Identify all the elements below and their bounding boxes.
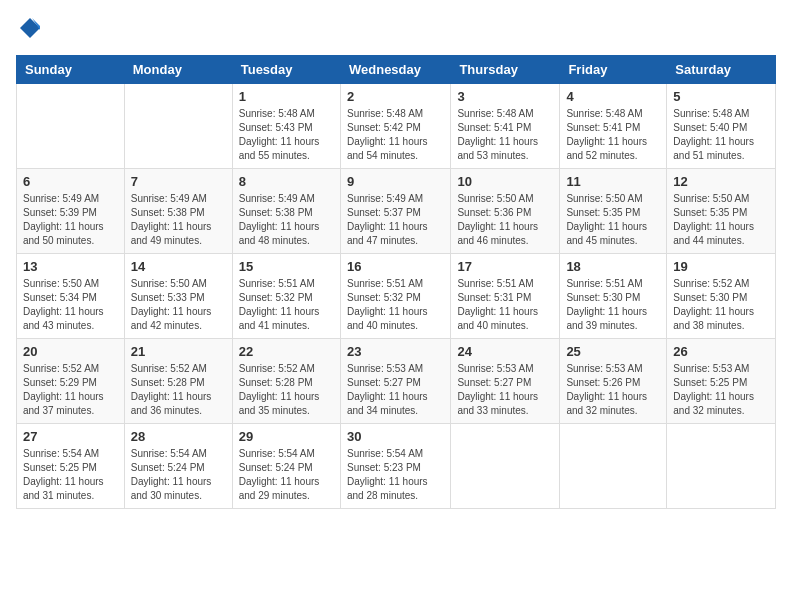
weekday-header-row: SundayMondayTuesdayWednesdayThursdayFrid… [17,56,776,84]
svg-marker-0 [20,18,40,38]
calendar-cell: 1Sunrise: 5:48 AM Sunset: 5:43 PM Daylig… [232,84,340,169]
day-number: 26 [673,344,769,359]
weekday-header-monday: Monday [124,56,232,84]
day-info: Sunrise: 5:52 AM Sunset: 5:29 PM Dayligh… [23,362,118,418]
weekday-header-friday: Friday [560,56,667,84]
logo-icon [18,16,42,40]
page-header [16,16,776,45]
weekday-header-tuesday: Tuesday [232,56,340,84]
calendar-cell: 14Sunrise: 5:50 AM Sunset: 5:33 PM Dayli… [124,254,232,339]
calendar-cell [17,84,125,169]
calendar-cell: 4Sunrise: 5:48 AM Sunset: 5:41 PM Daylig… [560,84,667,169]
weekday-header-wednesday: Wednesday [340,56,450,84]
day-info: Sunrise: 5:53 AM Sunset: 5:25 PM Dayligh… [673,362,769,418]
calendar-cell: 18Sunrise: 5:51 AM Sunset: 5:30 PM Dayli… [560,254,667,339]
calendar-week-row: 6Sunrise: 5:49 AM Sunset: 5:39 PM Daylig… [17,169,776,254]
day-number: 25 [566,344,660,359]
day-info: Sunrise: 5:54 AM Sunset: 5:25 PM Dayligh… [23,447,118,503]
calendar-week-row: 1Sunrise: 5:48 AM Sunset: 5:43 PM Daylig… [17,84,776,169]
day-number: 4 [566,89,660,104]
day-number: 28 [131,429,226,444]
day-info: Sunrise: 5:54 AM Sunset: 5:23 PM Dayligh… [347,447,444,503]
day-number: 17 [457,259,553,274]
day-number: 11 [566,174,660,189]
day-info: Sunrise: 5:50 AM Sunset: 5:34 PM Dayligh… [23,277,118,333]
day-info: Sunrise: 5:53 AM Sunset: 5:26 PM Dayligh… [566,362,660,418]
calendar-cell: 19Sunrise: 5:52 AM Sunset: 5:30 PM Dayli… [667,254,776,339]
calendar-cell: 27Sunrise: 5:54 AM Sunset: 5:25 PM Dayli… [17,424,125,509]
calendar-week-row: 27Sunrise: 5:54 AM Sunset: 5:25 PM Dayli… [17,424,776,509]
day-number: 22 [239,344,334,359]
day-info: Sunrise: 5:50 AM Sunset: 5:35 PM Dayligh… [673,192,769,248]
day-info: Sunrise: 5:50 AM Sunset: 5:33 PM Dayligh… [131,277,226,333]
day-number: 24 [457,344,553,359]
day-number: 30 [347,429,444,444]
calendar-body: 1Sunrise: 5:48 AM Sunset: 5:43 PM Daylig… [17,84,776,509]
calendar-table: SundayMondayTuesdayWednesdayThursdayFrid… [16,55,776,509]
day-info: Sunrise: 5:51 AM Sunset: 5:32 PM Dayligh… [239,277,334,333]
calendar-cell: 7Sunrise: 5:49 AM Sunset: 5:38 PM Daylig… [124,169,232,254]
day-info: Sunrise: 5:52 AM Sunset: 5:28 PM Dayligh… [239,362,334,418]
calendar-cell: 17Sunrise: 5:51 AM Sunset: 5:31 PM Dayli… [451,254,560,339]
calendar-cell: 20Sunrise: 5:52 AM Sunset: 5:29 PM Dayli… [17,339,125,424]
day-info: Sunrise: 5:49 AM Sunset: 5:39 PM Dayligh… [23,192,118,248]
day-info: Sunrise: 5:54 AM Sunset: 5:24 PM Dayligh… [239,447,334,503]
calendar-cell: 3Sunrise: 5:48 AM Sunset: 5:41 PM Daylig… [451,84,560,169]
calendar-cell: 28Sunrise: 5:54 AM Sunset: 5:24 PM Dayli… [124,424,232,509]
calendar-cell: 26Sunrise: 5:53 AM Sunset: 5:25 PM Dayli… [667,339,776,424]
calendar-cell: 10Sunrise: 5:50 AM Sunset: 5:36 PM Dayli… [451,169,560,254]
day-info: Sunrise: 5:51 AM Sunset: 5:32 PM Dayligh… [347,277,444,333]
day-number: 6 [23,174,118,189]
day-info: Sunrise: 5:50 AM Sunset: 5:36 PM Dayligh… [457,192,553,248]
logo [16,16,42,45]
day-info: Sunrise: 5:49 AM Sunset: 5:37 PM Dayligh… [347,192,444,248]
day-info: Sunrise: 5:48 AM Sunset: 5:43 PM Dayligh… [239,107,334,163]
calendar-cell: 24Sunrise: 5:53 AM Sunset: 5:27 PM Dayli… [451,339,560,424]
calendar-cell [451,424,560,509]
day-info: Sunrise: 5:48 AM Sunset: 5:40 PM Dayligh… [673,107,769,163]
calendar-cell: 12Sunrise: 5:50 AM Sunset: 5:35 PM Dayli… [667,169,776,254]
day-number: 10 [457,174,553,189]
calendar-cell [560,424,667,509]
day-info: Sunrise: 5:51 AM Sunset: 5:31 PM Dayligh… [457,277,553,333]
day-number: 7 [131,174,226,189]
calendar-header: SundayMondayTuesdayWednesdayThursdayFrid… [17,56,776,84]
weekday-header-sunday: Sunday [17,56,125,84]
day-number: 23 [347,344,444,359]
day-info: Sunrise: 5:51 AM Sunset: 5:30 PM Dayligh… [566,277,660,333]
weekday-header-saturday: Saturday [667,56,776,84]
calendar-cell: 6Sunrise: 5:49 AM Sunset: 5:39 PM Daylig… [17,169,125,254]
day-number: 12 [673,174,769,189]
day-info: Sunrise: 5:50 AM Sunset: 5:35 PM Dayligh… [566,192,660,248]
day-number: 27 [23,429,118,444]
day-info: Sunrise: 5:54 AM Sunset: 5:24 PM Dayligh… [131,447,226,503]
day-info: Sunrise: 5:48 AM Sunset: 5:42 PM Dayligh… [347,107,444,163]
day-number: 3 [457,89,553,104]
day-number: 15 [239,259,334,274]
calendar-cell: 16Sunrise: 5:51 AM Sunset: 5:32 PM Dayli… [340,254,450,339]
calendar-week-row: 20Sunrise: 5:52 AM Sunset: 5:29 PM Dayli… [17,339,776,424]
calendar-cell: 5Sunrise: 5:48 AM Sunset: 5:40 PM Daylig… [667,84,776,169]
day-number: 14 [131,259,226,274]
calendar-cell: 9Sunrise: 5:49 AM Sunset: 5:37 PM Daylig… [340,169,450,254]
day-number: 8 [239,174,334,189]
day-number: 18 [566,259,660,274]
day-number: 16 [347,259,444,274]
day-number: 13 [23,259,118,274]
weekday-header-thursday: Thursday [451,56,560,84]
day-number: 1 [239,89,334,104]
day-info: Sunrise: 5:48 AM Sunset: 5:41 PM Dayligh… [457,107,553,163]
day-info: Sunrise: 5:53 AM Sunset: 5:27 PM Dayligh… [457,362,553,418]
calendar-cell: 15Sunrise: 5:51 AM Sunset: 5:32 PM Dayli… [232,254,340,339]
day-info: Sunrise: 5:53 AM Sunset: 5:27 PM Dayligh… [347,362,444,418]
day-info: Sunrise: 5:49 AM Sunset: 5:38 PM Dayligh… [131,192,226,248]
calendar-cell: 25Sunrise: 5:53 AM Sunset: 5:26 PM Dayli… [560,339,667,424]
calendar-cell: 21Sunrise: 5:52 AM Sunset: 5:28 PM Dayli… [124,339,232,424]
calendar-cell: 23Sunrise: 5:53 AM Sunset: 5:27 PM Dayli… [340,339,450,424]
day-info: Sunrise: 5:52 AM Sunset: 5:28 PM Dayligh… [131,362,226,418]
day-number: 29 [239,429,334,444]
day-number: 19 [673,259,769,274]
day-number: 20 [23,344,118,359]
day-info: Sunrise: 5:48 AM Sunset: 5:41 PM Dayligh… [566,107,660,163]
calendar-cell: 22Sunrise: 5:52 AM Sunset: 5:28 PM Dayli… [232,339,340,424]
